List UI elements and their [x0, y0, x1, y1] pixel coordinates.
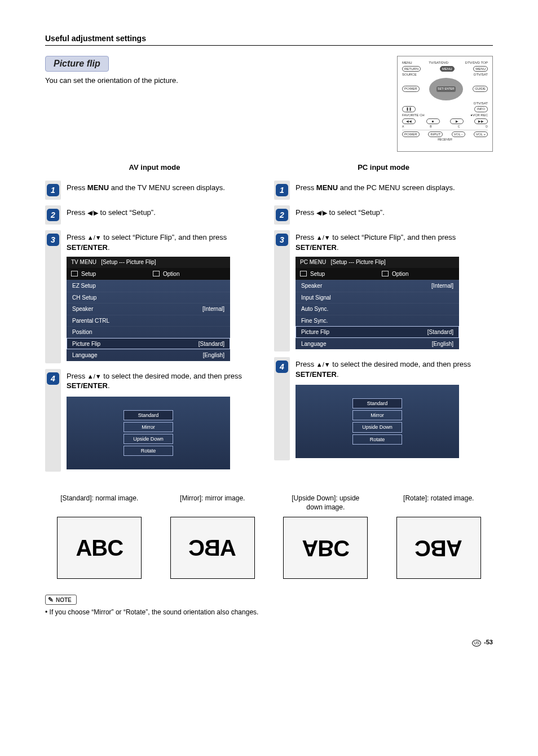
menu-row: EZ Setup — [67, 280, 230, 292]
abc-text: ABC — [415, 535, 462, 561]
menu-row: Speaker[Internal] — [296, 280, 459, 292]
menu-title-left: TV MENU — [71, 259, 96, 265]
remote-label: A — [402, 125, 404, 129]
setup-icon — [71, 271, 78, 276]
remote-receiver-label: RECEIVER — [438, 138, 452, 142]
setup-tab: Setup — [296, 268, 377, 280]
remote-label: ●VCR REC — [470, 113, 488, 117]
option-row: Standard — [124, 410, 173, 420]
remote-power2-button: POWER — [402, 131, 420, 138]
step-number: 2 — [47, 209, 59, 221]
remote-nav-pad: SET/ ENTER — [429, 78, 463, 100]
step-text: Press ▲/▼ to select the desired mode, an… — [61, 369, 264, 472]
abc-text: ABC — [189, 535, 236, 561]
remote-return-button: RETURN — [402, 66, 421, 72]
pc-step-1: 1 Press MENU and the PC MENU screen disp… — [274, 181, 493, 200]
menu-row: Fine Sync. — [296, 315, 459, 327]
pc-menu-panel: PC MENU [Setup --- Picture Flip] Setup O… — [296, 257, 459, 349]
menu-title-right: [Setup --- Picture Flip] — [101, 259, 156, 265]
remote-label: DTV/SAT — [474, 73, 488, 77]
step-number: 4 — [276, 361, 288, 373]
option-row: Rotate — [124, 446, 173, 456]
remote-label: FAVORITE CH — [402, 113, 425, 117]
menu-row: Parental CTRL — [67, 315, 230, 327]
remote-volup-button: VOL + — [474, 131, 488, 138]
remote-label: TV/SAT/DVD — [429, 61, 448, 65]
option-icon — [382, 271, 389, 276]
remote-label: DTV/SAT — [474, 102, 488, 106]
example-caption: down image. — [271, 503, 380, 511]
abc-text: ABC — [302, 535, 349, 561]
example-caption: [Mirror]: mirror image. — [158, 494, 267, 502]
remote-label: B — [430, 125, 431, 129]
option-row: Standard — [352, 398, 402, 408]
note-label: ✎ NOTE — [45, 595, 77, 605]
example-upside-down: [Upside Down]: upside down image. ABC — [271, 494, 380, 579]
step-text: Press ▲/▼ to select “Picture Flip”, and … — [290, 230, 493, 351]
remote-voldown-button: VOL - — [452, 131, 465, 138]
remote-label: DTV/DVD TOP — [465, 61, 488, 65]
step-text: Press ▲/▼ to select the desired mode, an… — [290, 357, 493, 460]
step-number: 2 — [276, 209, 288, 221]
step-number: 4 — [47, 372, 59, 385]
remote-pause-button: ❚❚ — [402, 106, 416, 112]
menu-row: Language[English] — [296, 338, 459, 350]
note-bullet: • If you choose “Mirror” or “Rotate”, th… — [45, 608, 493, 616]
pc-step-2: 2 Press ◀/▶ to select “Setup”. — [274, 205, 493, 225]
examples-row: [Standard]: normal image. ABC [Mirror]: … — [45, 494, 493, 579]
av-step-3: 3 Press ▲/▼ to select “Picture Flip”, an… — [45, 230, 264, 363]
remote-input-button: INPUT — [428, 131, 443, 138]
section-intro: You can set the orientation of the pictu… — [45, 76, 386, 85]
example-caption — [158, 503, 267, 511]
av-mode-title: AV input mode — [45, 163, 264, 172]
option-icon — [153, 271, 160, 276]
step-number: 1 — [47, 184, 59, 196]
example-caption — [385, 503, 493, 511]
step-text: Press ◀/▶ to select “Setup”. — [290, 205, 493, 220]
option-row: Upside Down — [352, 422, 402, 432]
note-icon: ✎ — [48, 596, 54, 604]
menu-title-right: [Setup --- Picture Flip] — [330, 259, 385, 265]
remote-menu-button: MENU — [440, 66, 455, 72]
remote-ff-button: ▶▶ — [474, 118, 488, 125]
av-step-1: 1 Press MENU and the TV MENU screen disp… — [45, 181, 264, 200]
remote-play-button: ▶ — [450, 118, 464, 125]
tv-menu-panel: TV MENU [Setup --- Picture Flip] Setup O… — [67, 257, 230, 361]
remote-rew-button: ◀◀ — [402, 118, 416, 125]
menu-row: Auto Sync. — [296, 303, 459, 315]
example-rotate: [Rotate]: rotated image. ABC — [385, 494, 493, 579]
region-badge: US — [472, 640, 481, 647]
step-number: 3 — [276, 234, 288, 246]
example-caption: [Rotate]: rotated image. — [385, 494, 493, 502]
menu-row: Picture Flip[Standard] — [67, 338, 230, 350]
menu-row: Speaker[Internal] — [67, 303, 230, 315]
abc-text: ABC — [76, 535, 123, 561]
up-down-arrows-icon: ▲/▼ — [87, 373, 102, 380]
av-step-4: 4 Press ▲/▼ to select the desired mode, … — [45, 369, 264, 472]
menu-title-left: PC MENU — [300, 259, 326, 265]
left-right-arrows-icon: ◀/▶ — [87, 209, 98, 216]
av-step-2: 2 Press ◀/▶ to select “Setup”. — [45, 205, 264, 225]
up-down-arrows-icon: ▲/▼ — [316, 234, 330, 241]
section-title: Picture flip — [45, 56, 109, 72]
page-number: -53 — [484, 639, 493, 645]
step-number: 1 — [276, 184, 288, 196]
remote-set-enter: SET/ ENTER — [436, 86, 455, 92]
step-text: Press ◀/▶ to select “Setup”. — [61, 205, 264, 220]
menu-row: Language[English] — [67, 349, 230, 361]
example-standard: [Standard]: normal image. ABC — [45, 494, 154, 579]
page-header: Useful adjustment settings — [45, 34, 493, 43]
option-row: Mirror — [124, 422, 173, 432]
option-row: Mirror — [352, 410, 402, 420]
step-number: 3 — [47, 234, 59, 246]
remote-diagram: MENU TV/SAT/DVD DTV/DVD TOP RETURN MENU … — [397, 56, 493, 152]
note-section: ✎ NOTE • If you choose “Mirror” or “Rota… — [45, 595, 493, 616]
setup-icon — [300, 271, 307, 276]
menu-row: Position — [67, 326, 230, 338]
step-text: Press MENU and the PC MENU screen displa… — [290, 181, 493, 195]
option-tab: Option — [148, 268, 230, 280]
pc-options-panel: StandardMirrorUpside DownRotate — [296, 385, 459, 458]
menu-row: CH Setup — [67, 292, 230, 304]
remote-stop-button: ■ — [426, 118, 440, 125]
step-text: Press ▲/▼ to select “Picture Flip”, and … — [61, 230, 264, 363]
